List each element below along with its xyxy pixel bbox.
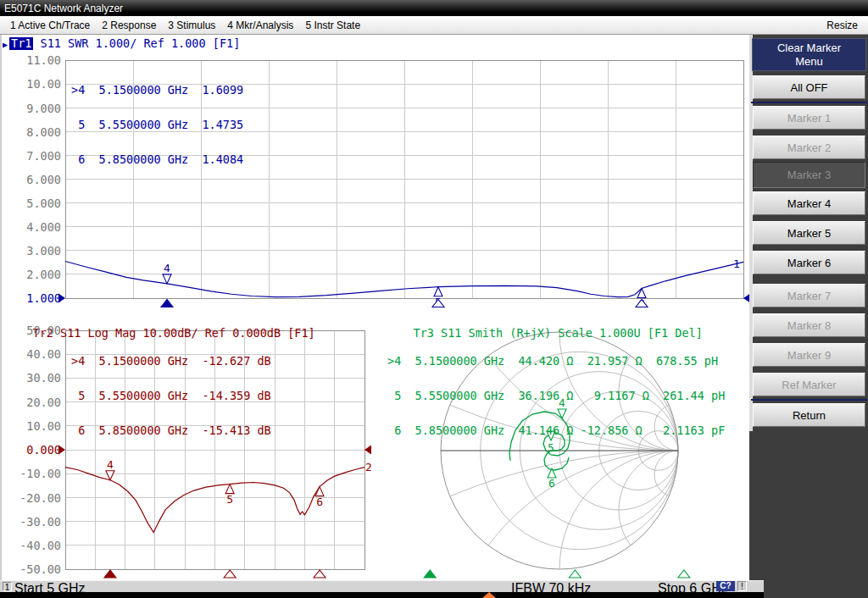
tr1-marker-row: >4 5.1500000 GHz 1.6099	[71, 85, 243, 97]
sidebar-button-ref-marker: Ref Marker	[753, 373, 865, 396]
tr1-chip: Tr1	[9, 37, 33, 50]
stimulus-marker	[224, 570, 236, 578]
ref-level-arrow-icon	[364, 446, 371, 455]
tr2-trace-number: 2	[365, 461, 372, 473]
y-axis-label: 10.00	[2, 78, 61, 90]
sidebar-separator	[751, 102, 867, 103]
bottom-orange-marker-icon	[482, 592, 496, 598]
tr1-header: ▶Tr1 S11 SWR 1.000/ Ref 1.000 [F1]	[3, 37, 240, 51]
stimulus-marker	[569, 570, 581, 578]
y-axis-label: -40.00	[2, 540, 61, 551]
tr2-marker-row: 5 5.5500000 GHz -14.359 dB	[71, 390, 271, 402]
sidebar-menu-title-line2: Menu	[795, 55, 823, 69]
sidebar-button-return[interactable]: Return	[753, 403, 865, 427]
cal-status-badge: C?	[716, 581, 735, 591]
stimulus-marker	[161, 300, 173, 307]
sidebar-separator	[751, 399, 867, 401]
y-axis-label: 1.000	[2, 292, 61, 304]
sidebar-button-marker-5[interactable]: Marker 5	[753, 221, 865, 245]
stimulus-marker	[314, 570, 326, 578]
tr1-header-text: S11 SWR 1.000/ Ref 1.000 [F1]	[41, 36, 241, 50]
y-axis-label: 9.000	[2, 102, 61, 114]
y-axis-label: 2.000	[2, 269, 61, 280]
sidebar-menu-title: Clear Marker Menu	[752, 38, 866, 71]
alert-indicator: !	[737, 581, 747, 591]
y-axis-label: 10.00	[2, 420, 61, 432]
tr1-marker-row: 5 5.5500000 GHz 1.4735	[71, 119, 243, 131]
sidebar-button-marker-2: Marker 2	[753, 136, 865, 159]
channel-number-box: 1	[3, 582, 12, 591]
analyzer-window: E5071C Network Analyzer 1 Active Ch/Trac…	[0, 0, 868, 598]
sidebar-menu-title-line1: Clear Marker	[777, 42, 841, 55]
tr2-marker-row: >4 5.1500000 GHz -12.627 dB	[71, 356, 271, 368]
tr2-marker-row: 6 5.8500000 GHz -15.413 dB	[71, 425, 271, 437]
y-axis-label: 50.00	[2, 324, 61, 336]
sidebar-button-marker-8: Marker 8	[753, 313, 865, 337]
stimulus-marker	[104, 570, 116, 578]
stimulus-marker	[424, 570, 436, 578]
y-axis-label: 4.000	[2, 221, 61, 233]
y-axis-label: -30.00	[2, 516, 61, 528]
sidebar-button-marker-9: Marker 9	[753, 343, 865, 367]
tr1-marker-readout: >4 5.1500000 GHz 1.6099 5 5.5500000 GHz …	[71, 62, 243, 189]
sidebar-button-marker-4[interactable]: Marker 4	[753, 191, 865, 215]
y-axis-label: -50.00	[2, 563, 61, 575]
statusbar	[0, 580, 764, 592]
y-axis-label: 3.000	[2, 245, 61, 257]
sidebar-button-marker-6[interactable]: Marker 6	[753, 251, 865, 274]
y-axis-label: 7.000	[2, 150, 61, 162]
y-axis-label: 6.000	[2, 174, 61, 185]
y-axis-label: 20.00	[2, 396, 61, 408]
stimulus-marker	[678, 570, 690, 578]
y-axis-label: -20.00	[2, 492, 61, 504]
y-axis-label: 5.000	[2, 197, 61, 209]
sidebar-button-marker-7: Marker 7	[753, 284, 865, 307]
y-axis-label: 40.00	[2, 348, 61, 360]
y-axis-label: 8.000	[2, 126, 61, 138]
tr3-marker-row: 6 5.8500000 GHz 41.146 Ω -12.856 Ω 2.116…	[387, 425, 725, 437]
y-axis-label: 0.000	[2, 444, 61, 456]
y-axis-label: 30.00	[2, 372, 61, 384]
tr3-marker-row: >4 5.1500000 GHz 44.420 Ω 21.957 Ω 678.5…	[387, 356, 725, 368]
sidebar-button-all-off[interactable]: All OFF	[753, 75, 865, 99]
y-axis-label: -10.00	[2, 468, 61, 479]
tr2-marker-readout: >4 5.1500000 GHz -12.627 dB 5 5.5500000 …	[71, 333, 271, 460]
active-trace-arrow-icon: ▶	[3, 40, 8, 49]
sidebar-button-marker-3[interactable]: Marker 3	[753, 162, 865, 188]
tr1-marker-row: 6 5.8500000 GHz 1.4084	[71, 154, 243, 166]
tr3-marker-readout: >4 5.1500000 GHz 44.420 Ω 21.957 Ω 678.5…	[387, 333, 725, 460]
y-axis-label: 11.00	[2, 54, 61, 66]
sidebar-button-marker-1: Marker 1	[753, 106, 865, 130]
bottom-strip	[0, 592, 764, 598]
tr3-marker-row: 5 5.5500000 GHz 36.196 Ω 9.1167 Ω 261.44…	[387, 390, 725, 402]
